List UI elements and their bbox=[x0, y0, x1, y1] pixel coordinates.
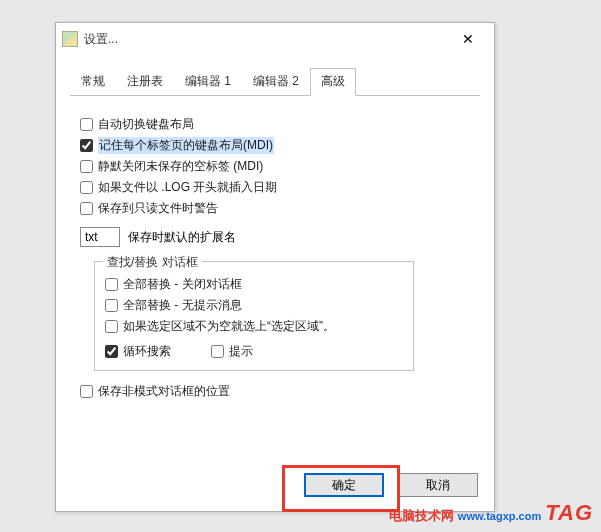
opt-readonly-warn[interactable]: 保存到只读文件时警告 bbox=[80, 200, 470, 217]
tab-editor-1[interactable]: 编辑器 1 bbox=[174, 68, 242, 96]
opt-log-insert-date[interactable]: 如果文件以 .LOG 开头就插入日期 bbox=[80, 179, 470, 196]
label-auto-select-area: 如果选定区域不为空就选上“选定区域”。 bbox=[123, 318, 335, 335]
label-auto-switch: 自动切换键盘布局 bbox=[98, 116, 194, 133]
checkbox-auto-switch[interactable] bbox=[80, 118, 93, 131]
label-replace-close: 全部替换 - 关闭对话框 bbox=[123, 276, 242, 293]
tab-strip: 常规 注册表 编辑器 1 编辑器 2 高级 bbox=[70, 67, 480, 96]
watermark: 电脑技术网 www.tagxp.com TAG bbox=[389, 500, 593, 526]
label-hint: 提示 bbox=[229, 343, 253, 360]
checkbox-remember-layout[interactable] bbox=[80, 139, 93, 152]
label-replace-nomsg: 全部替换 - 无提示消息 bbox=[123, 297, 242, 314]
checkbox-save-dialog-pos[interactable] bbox=[80, 385, 93, 398]
input-default-ext[interactable] bbox=[80, 227, 120, 247]
label-default-ext: 保存时默认的扩展名 bbox=[128, 229, 236, 246]
dialog-body: 常规 注册表 编辑器 1 编辑器 2 高级 自动切换键盘布局 记住每个标签页的键… bbox=[56, 55, 494, 416]
opt-silent-close[interactable]: 静默关闭未保存的空标签 (MDI) bbox=[80, 158, 470, 175]
label-wrap-search: 循环搜索 bbox=[123, 343, 171, 360]
checkbox-replace-nomsg[interactable] bbox=[105, 299, 118, 312]
label-silent-close: 静默关闭未保存的空标签 (MDI) bbox=[98, 158, 263, 175]
close-icon: ✕ bbox=[462, 31, 474, 47]
close-button[interactable]: ✕ bbox=[448, 25, 488, 53]
opt-wrap-search[interactable]: 循环搜索 bbox=[105, 343, 171, 360]
tab-advanced[interactable]: 高级 bbox=[310, 68, 356, 96]
opt-remember-layout[interactable]: 记住每个标签页的键盘布局(MDI) bbox=[80, 137, 470, 154]
checkbox-hint[interactable] bbox=[211, 345, 224, 358]
advanced-panel: 自动切换键盘布局 记住每个标签页的键盘布局(MDI) 静默关闭未保存的空标签 (… bbox=[70, 110, 480, 406]
checkbox-log-insert-date[interactable] bbox=[80, 181, 93, 194]
checkbox-silent-close[interactable] bbox=[80, 160, 93, 173]
cancel-button[interactable]: 取消 bbox=[398, 473, 478, 497]
tab-general[interactable]: 常规 bbox=[70, 68, 116, 96]
opt-hint[interactable]: 提示 bbox=[211, 343, 253, 360]
settings-window: 设置... ✕ 常规 注册表 编辑器 1 编辑器 2 高级 自动切换键盘布局 记… bbox=[55, 22, 495, 512]
titlebar: 设置... ✕ bbox=[56, 23, 494, 55]
group-find-replace: 查找/替换 对话框 全部替换 - 关闭对话框 全部替换 - 无提示消息 如果选定… bbox=[94, 261, 414, 371]
row-default-ext: 保存时默认的扩展名 bbox=[80, 227, 470, 247]
opt-replace-nomsg[interactable]: 全部替换 - 无提示消息 bbox=[105, 297, 403, 314]
opt-auto-select-area[interactable]: 如果选定区域不为空就选上“选定区域”。 bbox=[105, 318, 403, 335]
checkbox-replace-close[interactable] bbox=[105, 278, 118, 291]
opt-save-dialog-pos[interactable]: 保存非模式对话框的位置 bbox=[80, 383, 470, 400]
checkbox-readonly-warn[interactable] bbox=[80, 202, 93, 215]
ok-button[interactable]: 确定 bbox=[304, 473, 384, 497]
app-icon bbox=[62, 31, 78, 47]
opt-auto-switch[interactable]: 自动切换键盘布局 bbox=[80, 116, 470, 133]
tab-registry[interactable]: 注册表 bbox=[116, 68, 174, 96]
label-remember-layout: 记住每个标签页的键盘布局(MDI) bbox=[98, 137, 274, 154]
label-readonly-warn: 保存到只读文件时警告 bbox=[98, 200, 218, 217]
watermark-url: www.tagxp.com bbox=[458, 510, 541, 522]
watermark-tag: TAG bbox=[545, 500, 593, 526]
watermark-cn: 电脑技术网 bbox=[389, 507, 454, 525]
label-save-dialog-pos: 保存非模式对话框的位置 bbox=[98, 383, 230, 400]
group-title: 查找/替换 对话框 bbox=[103, 254, 202, 271]
button-bar: 确定 取消 bbox=[304, 473, 478, 497]
tab-editor-2[interactable]: 编辑器 2 bbox=[242, 68, 310, 96]
checkbox-auto-select-area[interactable] bbox=[105, 320, 118, 333]
opt-replace-close[interactable]: 全部替换 - 关闭对话框 bbox=[105, 276, 403, 293]
checkbox-wrap-search[interactable] bbox=[105, 345, 118, 358]
label-log-insert-date: 如果文件以 .LOG 开头就插入日期 bbox=[98, 179, 277, 196]
window-title: 设置... bbox=[84, 31, 448, 48]
